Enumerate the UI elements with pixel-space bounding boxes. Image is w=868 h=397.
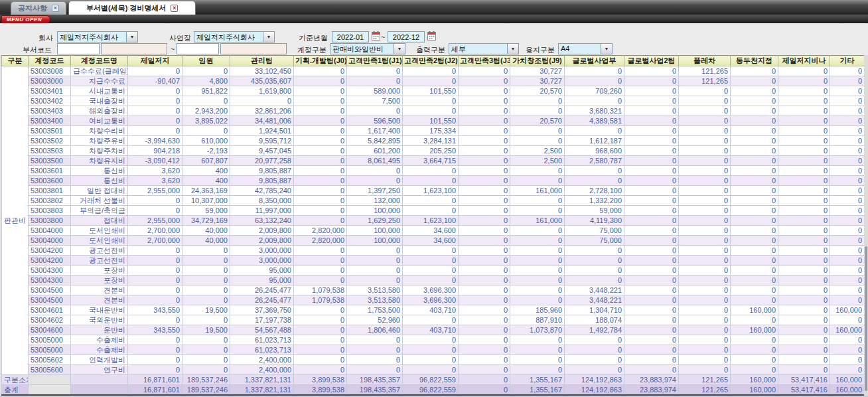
cell-amount: 75,000 <box>565 226 624 236</box>
cell-amount: 0 <box>731 365 778 375</box>
cell-account-name: 지급수수료 <box>71 76 128 86</box>
cell-amount: 17,197,738 <box>230 315 294 325</box>
table-row: 53004500견본비0026,245,4771,079,5383,513,58… <box>2 285 865 295</box>
scrollbar-thumb[interactable] <box>865 246 867 391</box>
tab-notice[interactable]: 공지사항 × <box>11 1 66 15</box>
cell-amount: 0 <box>182 266 230 276</box>
cell-amount: 2,700,000 <box>128 226 182 236</box>
dept-from-code-input[interactable] <box>57 43 100 54</box>
expense-grid: 구분계정코드계정코드명제일저지임원관리팀기획.개발팀(J0)고객만족1팀(J1)… <box>1 55 865 396</box>
cell-amount: 3,664,715 <box>403 156 459 166</box>
cell-amount: 0 <box>679 106 731 116</box>
cell-amount: 0 <box>624 116 679 126</box>
cell-amount: 0 <box>778 315 830 325</box>
tab-close-icon[interactable]: × <box>171 5 178 12</box>
cell-amount: 0 <box>830 136 865 146</box>
tab-expense-report[interactable]: 부서별(세목) 경비명세서 × <box>68 1 196 15</box>
cell-account-code: 53004500 <box>29 295 71 305</box>
cell-amount: 0 <box>128 126 182 136</box>
cell-amount: 0 <box>731 335 778 345</box>
cell-amount: 1,806,460 <box>347 325 403 335</box>
cell-amount: 589,000 <box>347 86 403 96</box>
cell-amount: 0 <box>294 345 347 355</box>
cell-amount: 0 <box>778 166 830 176</box>
table-row: 53003802거래처 선물비010,307,0008,350,0000132,… <box>2 196 865 206</box>
cell-amount: 95,000 <box>230 266 294 276</box>
cell-amount: 0 <box>679 146 731 156</box>
column-header: 구분 <box>2 56 29 66</box>
cell-amount: 0 <box>403 266 459 276</box>
period-to-input[interactable] <box>388 31 425 42</box>
dept-from-name-input[interactable] <box>101 43 167 54</box>
cell-amount: 0 <box>128 106 182 116</box>
cell-amount: 37,369,750 <box>230 305 294 315</box>
cell-account-name: 차량유지비 <box>71 156 128 166</box>
cell-amount: 0 <box>624 345 679 355</box>
cell-amount: 52,960 <box>347 315 403 325</box>
cell-amount: 0 <box>128 246 182 256</box>
cell-amount: 0 <box>778 365 830 375</box>
cell-amount: 0 <box>830 295 865 305</box>
cell-amount: 1,073,870 <box>510 325 565 335</box>
cell-amount: 10,307,000 <box>182 196 230 206</box>
cell-account-name: 통신비 <box>71 166 128 176</box>
cell-amount: 0 <box>347 335 403 345</box>
dept-to-name-input[interactable] <box>220 43 287 54</box>
cell-amount: 2,500 <box>510 156 565 166</box>
cell-amount: 33,102,450 <box>230 66 294 76</box>
site-select[interactable]: 제일저지주식회사 ▼ <box>194 31 275 42</box>
cell-amount: 0 <box>510 266 565 276</box>
company-select[interactable]: 제일저지주식회사 ▼ <box>57 31 138 42</box>
cell-amount: 32,861,206 <box>230 106 294 116</box>
calendar-icon[interactable] <box>372 31 380 40</box>
cell-amount: 0 <box>778 285 830 295</box>
cell-amount: 3,513,580 <box>347 285 403 295</box>
cell-amount: 0 <box>128 206 182 216</box>
cell-amount: 9,805,887 <box>230 176 294 186</box>
calendar-icon[interactable] <box>427 31 436 40</box>
cell-amount: 0 <box>347 106 403 116</box>
cell-amount: 0 <box>830 166 865 176</box>
period-from-input[interactable] <box>332 31 369 42</box>
cell-amount: 0 <box>731 116 778 126</box>
table-row: 53003800접대비2,955,00034,729,16963,132,240… <box>2 216 865 226</box>
cell-amount: 0 <box>182 66 230 76</box>
cell-amount: 0 <box>294 355 347 365</box>
cell-amount: 101,550 <box>403 86 459 96</box>
cell-amount: 0 <box>731 276 778 285</box>
cell-amount: 0 <box>731 106 778 116</box>
cell-account-code-empty <box>29 375 71 385</box>
cell-amount: 2,009,800 <box>230 236 294 246</box>
cell-amount: 0 <box>830 236 865 246</box>
cell-amount: 160,000 <box>731 305 778 315</box>
cell-amount: 0 <box>624 236 679 246</box>
tab-close-icon[interactable]: × <box>52 5 59 12</box>
cell-amount: 0 <box>403 345 459 355</box>
cell-amount: 3,284,131 <box>403 136 459 146</box>
cell-amount: 0 <box>459 285 510 295</box>
dept-to-code-input[interactable] <box>177 43 219 54</box>
cell-amount: 0 <box>510 236 565 246</box>
cell-amount: 0 <box>403 106 459 116</box>
cell-amount: 0 <box>182 256 230 266</box>
account-type-select[interactable]: 판매비와일반비 ▼ <box>330 43 405 54</box>
cell-amount: 0 <box>830 156 865 166</box>
output-type-select[interactable]: 세부 ▼ <box>449 43 519 54</box>
cell-amount: 189,537,246 <box>182 385 230 396</box>
cell-account-code: 53003000 <box>29 76 71 86</box>
cell-account-code: 53004000 <box>29 226 71 236</box>
cell-amount: 100,000 <box>347 236 403 246</box>
cell-amount: 0 <box>294 206 347 216</box>
cell-account-code: 53003803 <box>29 206 71 216</box>
cell-amount: 20,570 <box>510 86 565 96</box>
cell-amount: 2,009,800 <box>230 226 294 236</box>
cell-amount: 0 <box>624 196 679 206</box>
cell-amount: 0 <box>403 256 459 266</box>
cell-amount: 0 <box>679 86 731 96</box>
paper-type-select[interactable]: A4 ▼ <box>558 43 613 54</box>
vertical-scrollbar[interactable] <box>864 55 868 396</box>
cell-amount: 0 <box>679 345 731 355</box>
cell-amount: -3,090,412 <box>128 156 182 166</box>
cell-amount: 0 <box>294 66 347 76</box>
cell-amount: 0 <box>731 315 778 325</box>
